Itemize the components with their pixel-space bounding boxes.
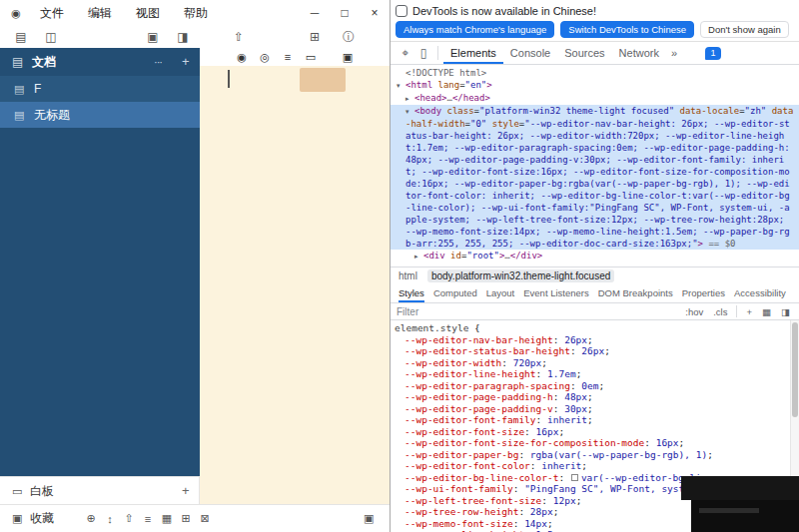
minimize-button[interactable]: ─: [300, 0, 330, 26]
breadcrumb: htmlbody.platform-win32.theme-light.focu…: [391, 266, 799, 284]
tree-node[interactable]: ▸<head>…</head>: [391, 92, 799, 105]
message-bubble-icon: 1: [705, 47, 721, 60]
new-style-rule-button[interactable]: +: [743, 306, 755, 317]
css-property[interactable]: --wp-editor-paragraph-spacing: 0em;: [391, 380, 799, 392]
tree-node[interactable]: ▾<body class="platform-win32 theme-light…: [391, 105, 799, 250]
grid-view-icon[interactable]: ▦: [160, 512, 174, 525]
css-property[interactable]: --wp-editor-page-padding-v: 30px;: [391, 403, 799, 415]
css-property[interactable]: --wp-editor-line-height: 1.7em;: [391, 368, 799, 380]
highlighted-block[interactable]: [300, 68, 346, 92]
share-icon[interactable]: ⇧: [230, 28, 248, 46]
toggle-cls[interactable]: .cls: [710, 306, 730, 317]
expand-arrow[interactable]: ▸: [405, 93, 414, 105]
infobar-button[interactable]: Switch DevTools to Chinese: [560, 21, 694, 38]
css-property[interactable]: --wp-editor-width: 720px;: [391, 357, 799, 369]
styles-tab-strip: StylesComputedLayoutEvent ListenersDOM B…: [391, 284, 799, 303]
camera-icon[interactable]: ◎: [257, 49, 273, 65]
text-caret: [228, 70, 230, 88]
tree-node[interactable]: ▾<html lang="en">: [391, 79, 799, 92]
expand-arrow[interactable]: ▸: [414, 251, 423, 263]
more-tabs-button[interactable]: »: [666, 47, 682, 59]
css-property[interactable]: --wp-editor-nav-bar-height: 26px;: [391, 334, 799, 346]
docs-section-header[interactable]: ▤ 文档 ··· +: [0, 48, 200, 76]
tab-elements[interactable]: Elements: [443, 42, 503, 64]
app-window: ◉ 文件编辑视图帮助 ─ □ × ▤ ◫ ▣ ◨ ⇧ ⊞ ⓘ ▤ 文档 ··· …: [0, 0, 390, 532]
styles-tab-accessibility[interactable]: Accessibility: [734, 284, 786, 302]
filter-input[interactable]: [397, 306, 682, 317]
devtools-tab-strip: ElementsConsoleSourcesNetwork: [443, 42, 666, 64]
journal-icon[interactable]: ▤: [12, 28, 30, 46]
styles-tab-styles[interactable]: Styles: [399, 284, 424, 302]
css-property[interactable]: --wp-editor-paper-bg: rgba(var(--wp-pape…: [391, 449, 799, 461]
maximize-button[interactable]: □: [330, 0, 360, 26]
close-button[interactable]: ×: [360, 0, 390, 26]
app-statusbar: ▣ 收藏 ⊕↕⇧≡▦⊞⊠ ▣: [0, 504, 390, 532]
editor-canvas[interactable]: [200, 66, 390, 504]
add-whiteboard-button[interactable]: +: [182, 477, 190, 505]
board-view-icon[interactable]: ⊞: [179, 512, 193, 525]
scrollbar-thumb[interactable]: [792, 322, 798, 417]
infobar-button[interactable]: Don't show again: [700, 21, 789, 38]
add-doc-button[interactable]: +: [182, 48, 190, 76]
styles-tab-computed[interactable]: Computed: [433, 284, 477, 302]
tree-node[interactable]: <!DOCTYPE html>: [391, 67, 799, 79]
breadcrumb-item[interactable]: html: [399, 270, 417, 281]
grid-icon[interactable]: ⊞: [306, 28, 324, 46]
expand-arrow[interactable]: ▾: [397, 80, 405, 92]
breadcrumb-item[interactable]: body.platform-win32.theme-light.focused: [427, 269, 614, 282]
css-var-swatch[interactable]: [571, 474, 578, 481]
inspect-icon[interactable]: ⌖: [397, 44, 414, 62]
console-messages-badge[interactable]: 1: [705, 47, 721, 60]
list-icon[interactable]: ≡: [280, 49, 296, 65]
toggle-hov[interactable]: :hov: [682, 306, 706, 317]
block-icon[interactable]: ◉: [234, 49, 250, 65]
menu-item[interactable]: 文件: [28, 0, 76, 26]
css-property[interactable]: --wp-editor-font-color: inherit;: [391, 460, 799, 472]
styles-tab-dom-breakpoints[interactable]: DOM Breakpoints: [598, 284, 673, 302]
favorites-label[interactable]: 收藏: [30, 505, 54, 532]
sidebar-toggle-icon[interactable]: ◨: [174, 28, 192, 46]
panel-icon[interactable]: ◨: [778, 306, 793, 317]
map-icon[interactable]: ▣: [340, 49, 356, 65]
info-icon[interactable]: ⓘ: [340, 28, 358, 46]
export-icon[interactable]: ⇧: [122, 512, 136, 525]
infobar-buttons: Always match Chrome's languageSwitch Dev…: [396, 21, 789, 38]
grid-icon[interactable]: ▦: [759, 306, 774, 317]
menu-item[interactable]: 视图: [124, 0, 172, 26]
styles-tab-properties[interactable]: Properties: [682, 284, 725, 302]
zoom-icon[interactable]: ⊕: [84, 512, 98, 525]
filter-toggles: :hov.cls+▦◨: [682, 305, 793, 317]
doc-item[interactable]: ▤F: [0, 76, 200, 102]
tab-console[interactable]: Console: [503, 42, 557, 64]
expand-arrow[interactable]: ▾: [405, 106, 414, 118]
menu-item[interactable]: 帮助: [172, 0, 220, 26]
tab-sources[interactable]: Sources: [557, 42, 611, 64]
minimap-icon[interactable]: ▣: [364, 505, 374, 532]
css-property[interactable]: --wp-editor-font-size-for-composition-mo…: [391, 437, 799, 449]
app-titlebar: ◉ 文件编辑视图帮助 ─ □ ×: [0, 0, 390, 26]
style-rule-header[interactable]: element.style {: [391, 322, 799, 334]
styles-tab-layout[interactable]: Layout: [486, 284, 515, 302]
device-toolbar-icon[interactable]: ▯: [414, 44, 432, 62]
panels-icon[interactable]: ◫: [42, 28, 60, 46]
card-icon[interactable]: ▭: [303, 49, 319, 65]
whiteboard-row[interactable]: ▭ 白板 +: [0, 476, 200, 504]
tab-network[interactable]: Network: [612, 42, 666, 64]
infobar-message: DevTools is now available in Chinese!: [412, 5, 596, 17]
list-view-icon[interactable]: ≡: [141, 513, 155, 525]
menu-item[interactable]: 编辑: [76, 0, 124, 26]
whiteboard-label: 白板: [30, 477, 54, 505]
styles-tab-event-listeners[interactable]: Event Listeners: [523, 284, 588, 302]
frame-icon[interactable]: ▣: [144, 28, 162, 46]
css-property[interactable]: --wp-editor-status-bar-height: 26px;: [391, 345, 799, 357]
css-property[interactable]: --wp-editor-page-padding-h: 48px;: [391, 391, 799, 403]
infobar-button[interactable]: Always match Chrome's language: [396, 21, 554, 38]
doc-item[interactable]: ▤无标题: [0, 102, 200, 128]
fit-height-icon[interactable]: ↕: [103, 513, 117, 525]
css-property[interactable]: --wp-editor-font-size: 16px;: [391, 426, 799, 438]
editor-toolbar: ◉ ◎ ≡ ▭ ▣: [200, 48, 390, 66]
css-property[interactable]: --wp-editor-font-family: inherit;: [391, 414, 799, 426]
tree-node[interactable]: ▸<div id="root">…</div>: [391, 250, 799, 263]
clear-icon[interactable]: ⊠: [198, 512, 212, 525]
more-icon[interactable]: ···: [154, 48, 162, 76]
